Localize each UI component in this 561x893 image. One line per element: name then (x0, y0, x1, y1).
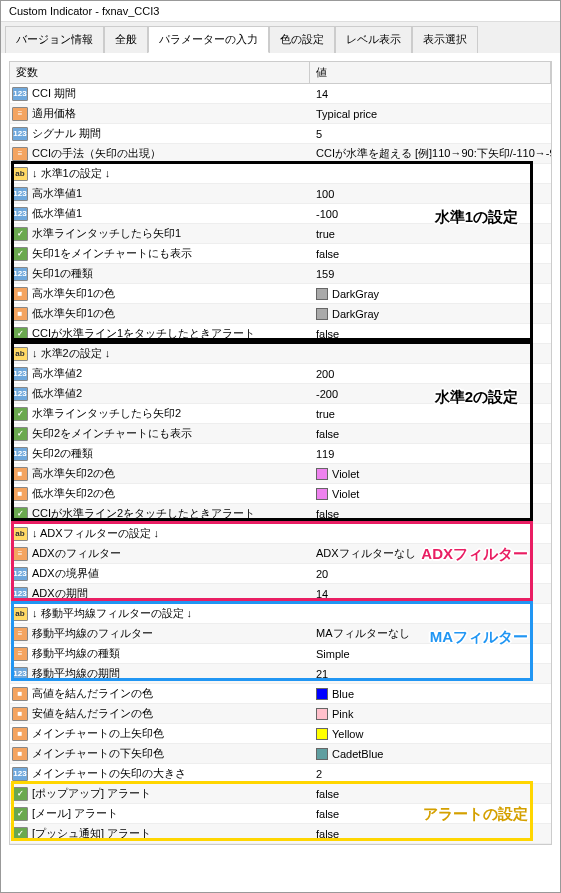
param-value-cell[interactable]: true (310, 407, 551, 421)
param-row[interactable]: ✓[プッシュ通知] アラートfalse (10, 824, 551, 844)
param-row[interactable]: ab↓ 水準1の設定 ↓ (10, 164, 551, 184)
param-row[interactable]: ■高水準矢印1の色DarkGray (10, 284, 551, 304)
param-value-cell[interactable] (310, 353, 551, 355)
param-row[interactable]: ✓矢印2をメインチャートにも表示false (10, 424, 551, 444)
param-row[interactable]: 123移動平均線の期間21 (10, 664, 551, 684)
param-value-cell[interactable]: ADXフィルターなし (310, 545, 551, 562)
param-value-cell[interactable]: 100 (310, 187, 551, 201)
param-value-cell[interactable]: Yellow (310, 727, 551, 741)
param-value-cell[interactable]: false (310, 507, 551, 521)
param-value-cell[interactable]: true (310, 227, 551, 241)
param-row[interactable]: ≡適用価格Typical price (10, 104, 551, 124)
param-value-cell[interactable]: Blue (310, 687, 551, 701)
param-value-cell[interactable]: 119 (310, 447, 551, 461)
param-row[interactable]: ■安値を結んだラインの色Pink (10, 704, 551, 724)
param-name-cell: ≡移動平均線の種類 (10, 645, 310, 662)
param-value-cell[interactable]: false (310, 327, 551, 341)
tab-display[interactable]: 表示選択 (412, 26, 478, 53)
tab-version[interactable]: バージョン情報 (5, 26, 104, 53)
int-type-icon: 123 (12, 127, 28, 141)
param-value-cell[interactable] (310, 173, 551, 175)
param-value-cell[interactable]: 200 (310, 367, 551, 381)
param-value-cell[interactable]: false (310, 427, 551, 441)
param-name: 低水準値1 (32, 206, 82, 221)
param-value-cell[interactable]: CadetBlue (310, 747, 551, 761)
param-value-cell[interactable]: 21 (310, 667, 551, 681)
param-value-cell[interactable]: Violet (310, 487, 551, 501)
param-value-cell[interactable]: Violet (310, 467, 551, 481)
param-value-cell[interactable]: false (310, 247, 551, 261)
param-row[interactable]: ab↓ ADXフィルターの設定 ↓ (10, 524, 551, 544)
param-name-cell: ✓CCIが水準ライン2をタッチしたときアラート (10, 505, 310, 522)
param-row[interactable]: ■メインチャートの上矢印色Yellow (10, 724, 551, 744)
param-row[interactable]: 123高水準値2200 (10, 364, 551, 384)
param-value-cell[interactable]: false (310, 827, 551, 841)
param-row[interactable]: 123低水準値2-200 (10, 384, 551, 404)
param-row[interactable]: ✓水準ラインタッチしたら矢印1true (10, 224, 551, 244)
param-row[interactable]: 123ADXの境界値20 (10, 564, 551, 584)
param-name-cell: ≡CCIの手法（矢印の出現） (10, 145, 310, 162)
param-value-cell[interactable]: false (310, 807, 551, 821)
param-row[interactable]: 123ADXの期間14 (10, 584, 551, 604)
param-value-cell[interactable]: DarkGray (310, 307, 551, 321)
param-row[interactable]: ≡ADXのフィルターADXフィルターなし (10, 544, 551, 564)
param-row[interactable]: ✓[ポップアップ] アラートfalse (10, 784, 551, 804)
param-name: ↓ 水準2の設定 ↓ (32, 346, 110, 361)
param-name-cell: ab↓ 移動平均線フィルターの設定 ↓ (10, 605, 310, 622)
param-value-cell[interactable]: 159 (310, 267, 551, 281)
param-row[interactable]: ■メインチャートの下矢印色CadetBlue (10, 744, 551, 764)
tab-levels[interactable]: レベル表示 (335, 26, 412, 53)
param-value-cell[interactable]: 14 (310, 87, 551, 101)
param-value-cell[interactable]: 2 (310, 767, 551, 781)
param-value-cell[interactable]: false (310, 787, 551, 801)
int-type-icon: 123 (12, 387, 28, 401)
param-row[interactable]: ■高水準矢印2の色Violet (10, 464, 551, 484)
param-value-cell[interactable]: 14 (310, 587, 551, 601)
param-name: 移動平均線の種類 (32, 646, 120, 661)
param-row[interactable]: ≡CCIの手法（矢印の出現）CCIが水準を超える [例]110→90:下矢印/-… (10, 144, 551, 164)
param-row[interactable]: 123矢印2の種類119 (10, 444, 551, 464)
param-value: true (316, 228, 335, 240)
param-name-cell: ■高値を結んだラインの色 (10, 685, 310, 702)
param-value-cell[interactable]: 20 (310, 567, 551, 581)
bool-type-icon: ✓ (12, 787, 28, 801)
param-value-cell[interactable]: Simple (310, 647, 551, 661)
param-value-cell[interactable]: DarkGray (310, 287, 551, 301)
param-row[interactable]: ■低水準矢印2の色Violet (10, 484, 551, 504)
param-value: DarkGray (332, 308, 379, 320)
param-value-cell[interactable]: Typical price (310, 107, 551, 121)
param-row[interactable]: ■低水準矢印1の色DarkGray (10, 304, 551, 324)
param-row[interactable]: 123CCI 期間14 (10, 84, 551, 104)
parameter-grid[interactable]: 変数 値 123CCI 期間14≡適用価格Typical price123シグナ… (9, 61, 552, 845)
param-row[interactable]: ab↓ 水準2の設定 ↓ (10, 344, 551, 364)
param-row[interactable]: 123低水準値1-100 (10, 204, 551, 224)
param-value-cell[interactable]: 5 (310, 127, 551, 141)
param-row[interactable]: ■高値を結んだラインの色Blue (10, 684, 551, 704)
param-row[interactable]: 123シグナル 期間5 (10, 124, 551, 144)
tab-colors[interactable]: 色の設定 (269, 26, 335, 53)
param-row[interactable]: ✓CCIが水準ライン2をタッチしたときアラートfalse (10, 504, 551, 524)
str-type-icon: ab (12, 527, 28, 541)
param-value-cell[interactable]: -200 (310, 387, 551, 401)
param-value-cell[interactable]: CCIが水準を超える [例]110→90:下矢印/-110→-9… (310, 145, 551, 162)
param-row[interactable]: ✓水準ラインタッチしたら矢印2true (10, 404, 551, 424)
param-row[interactable]: 123矢印1の種類159 (10, 264, 551, 284)
param-row[interactable]: ✓CCIが水準ライン1をタッチしたときアラートfalse (10, 324, 551, 344)
param-value-cell[interactable]: -100 (310, 207, 551, 221)
param-value-cell[interactable]: Pink (310, 707, 551, 721)
tab-params[interactable]: パラメーターの入力 (148, 26, 269, 53)
bool-type-icon: ✓ (12, 807, 28, 821)
param-row[interactable]: 123高水準値1100 (10, 184, 551, 204)
param-row[interactable]: ✓矢印1をメインチャートにも表示false (10, 244, 551, 264)
param-row[interactable]: ab↓ 移動平均線フィルターの設定 ↓ (10, 604, 551, 624)
param-value-cell[interactable] (310, 613, 551, 615)
tab-general[interactable]: 全般 (104, 26, 148, 53)
param-value-cell[interactable]: MAフィルターなし (310, 625, 551, 642)
param-value-cell[interactable] (310, 533, 551, 535)
param-row[interactable]: 123メインチャートの矢印の大きさ2 (10, 764, 551, 784)
param-row[interactable]: ≡移動平均線のフィルターMAフィルターなし (10, 624, 551, 644)
param-row[interactable]: ✓[メール] アラートfalse (10, 804, 551, 824)
param-value: -200 (316, 388, 338, 400)
param-row[interactable]: ≡移動平均線の種類Simple (10, 644, 551, 664)
param-name: 矢印1の種類 (32, 266, 93, 281)
